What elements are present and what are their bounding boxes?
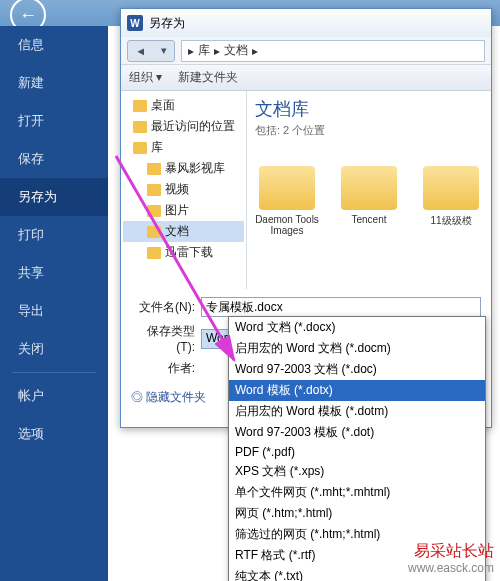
dropdown-option[interactable]: 启用宏的 Word 模板 (*.dotm) <box>229 401 485 422</box>
library-subtitle: 包括: 2 个位置 <box>255 123 483 138</box>
tree-item[interactable]: 桌面 <box>123 95 244 116</box>
tree-item[interactable]: 迅雷下载 <box>123 242 244 263</box>
sidebar-item[interactable]: 选项 <box>0 415 108 453</box>
tree-item[interactable]: 图片 <box>123 200 244 221</box>
sidebar-item[interactable]: 信息 <box>0 26 108 64</box>
word-icon: W <box>127 15 143 31</box>
file-pane: 文档库 包括: 2 个位置 Daemon Tools ImagesTencent… <box>247 91 491 289</box>
folder-item[interactable]: Daemon Tools Images <box>255 166 319 236</box>
folder-icon <box>423 166 479 210</box>
hide-folders-toggle[interactable]: ◎ 隐藏文件夹 <box>131 389 206 406</box>
author-label: 作者: <box>131 360 195 377</box>
folder-icon <box>133 100 147 112</box>
tree-item[interactable]: 视频 <box>123 179 244 200</box>
sidebar-item[interactable]: 打印 <box>0 216 108 254</box>
filename-label: 文件名(N): <box>131 299 195 316</box>
folder-item[interactable]: Tencent <box>337 166 401 236</box>
dialog-toolbar: 组织 ▾ 新建文件夹 <box>121 65 491 91</box>
folder-icon <box>133 142 147 154</box>
watermark: 易采站长站 www.easck.com <box>408 541 494 577</box>
dropdown-option[interactable]: Word 模板 (*.dotx) <box>229 380 485 401</box>
folder-icon <box>341 166 397 210</box>
sidebar-item[interactable]: 保存 <box>0 140 108 178</box>
folder-tree[interactable]: 桌面最近访问的位置库暴风影视库视频图片文档迅雷下载 <box>121 91 247 289</box>
nav-back-forward[interactable]: ◄▾ <box>127 40 175 62</box>
dropdown-option[interactable]: 网页 (*.htm;*.html) <box>229 503 485 524</box>
sidebar-item[interactable]: 打开 <box>0 102 108 140</box>
sidebar-item[interactable]: 导出 <box>0 292 108 330</box>
dropdown-option[interactable]: 启用宏的 Word 文档 (*.docm) <box>229 338 485 359</box>
sidebar-item[interactable]: 关闭 <box>0 330 108 368</box>
filetype-label: 保存类型(T): <box>131 323 195 354</box>
tree-item[interactable]: 文档 <box>123 221 244 242</box>
dropdown-option[interactable]: Word 97-2003 模板 (*.dot) <box>229 422 485 443</box>
folder-icon <box>133 121 147 133</box>
tree-item[interactable]: 暴风影视库 <box>123 158 244 179</box>
new-folder-button[interactable]: 新建文件夹 <box>178 69 238 86</box>
backstage-sidebar: 信息新建打开保存另存为打印共享导出关闭 帐户选项 <box>0 26 108 581</box>
folder-icon <box>147 163 161 175</box>
sidebar-divider <box>12 372 96 373</box>
path-bar: ◄▾ ▸库▸文档▸ <box>121 37 491 65</box>
folder-icon <box>147 205 161 217</box>
folder-icon <box>259 166 315 210</box>
sidebar-item[interactable]: 帐户 <box>0 377 108 415</box>
organize-menu[interactable]: 组织 ▾ <box>129 69 162 86</box>
folder-icon <box>147 184 161 196</box>
dialog-title: 另存为 <box>149 15 185 32</box>
sidebar-item[interactable]: 新建 <box>0 64 108 102</box>
library-title: 文档库 <box>255 97 483 121</box>
folder-icon <box>147 247 161 259</box>
tree-item[interactable]: 库 <box>123 137 244 158</box>
sidebar-item[interactable]: 另存为 <box>0 178 108 216</box>
dropdown-option[interactable]: PDF (*.pdf) <box>229 443 485 461</box>
dropdown-option[interactable]: Word 文档 (*.docx) <box>229 317 485 338</box>
dropdown-option[interactable]: 单个文件网页 (*.mht;*.mhtml) <box>229 482 485 503</box>
filename-input[interactable] <box>201 297 481 317</box>
folder-item[interactable]: 11级级模 <box>419 166 483 236</box>
tree-item[interactable]: 最近访问的位置 <box>123 116 244 137</box>
dropdown-option[interactable]: Word 97-2003 文档 (*.doc) <box>229 359 485 380</box>
dialog-titlebar: W 另存为 <box>121 9 491 37</box>
dropdown-option[interactable]: XPS 文档 (*.xps) <box>229 461 485 482</box>
folder-icon <box>147 226 161 238</box>
sidebar-item[interactable]: 共享 <box>0 254 108 292</box>
breadcrumb[interactable]: ▸库▸文档▸ <box>181 40 485 62</box>
